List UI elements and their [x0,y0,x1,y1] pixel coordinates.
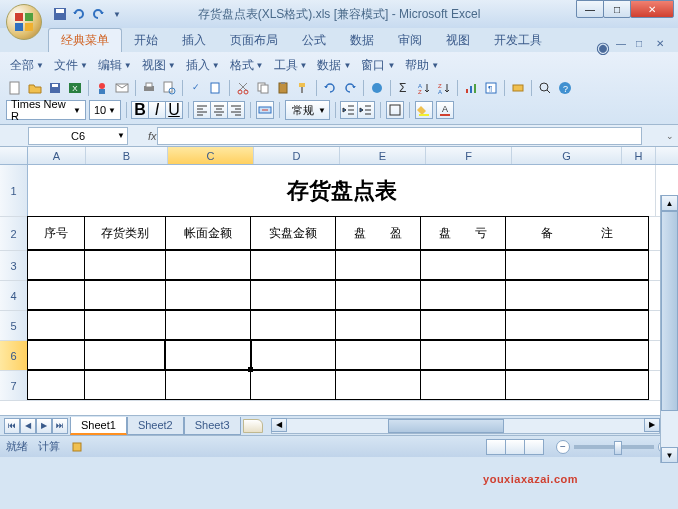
paste-icon[interactable] [274,79,292,97]
help-icon[interactable]: ? [556,79,574,97]
row-header-3[interactable]: 3 [0,251,28,280]
tab-view[interactable]: 视图 [434,29,482,52]
formula-bar-expand-icon[interactable]: ⌄ [662,131,678,141]
cell-d2[interactable]: 实盘金额 [250,216,336,250]
tab-home[interactable]: 开始 [122,29,170,52]
cell-c2[interactable]: 帐面金额 [165,216,251,250]
cell-d5[interactable] [250,310,336,340]
borders-icon[interactable] [386,101,404,119]
tab-data[interactable]: 数据 [338,29,386,52]
row-header-2[interactable]: 2 [0,217,28,250]
menu-view[interactable]: 视图▼ [138,55,180,76]
menu-file[interactable]: 文件▼ [50,55,92,76]
cell-g4[interactable] [505,280,649,310]
menu-all[interactable]: 全部▼ [6,55,48,76]
cell-c4[interactable] [165,280,251,310]
sheet-nav-next[interactable]: ▶ [36,418,52,434]
font-size-combo[interactable]: 10▼ [89,100,121,120]
sheet-nav-first[interactable]: ⏮ [4,418,20,434]
redo-icon[interactable] [90,6,106,22]
view-page-layout-button[interactable] [505,439,525,455]
autosum-icon[interactable]: Σ [395,79,413,97]
menu-data[interactable]: 数据▼ [313,55,355,76]
cell-a4[interactable] [27,280,85,310]
decrease-indent-icon[interactable] [340,101,358,119]
permission-icon[interactable] [93,79,111,97]
tab-formulas[interactable]: 公式 [290,29,338,52]
menu-help[interactable]: 帮助▼ [401,55,443,76]
cell-c6-active[interactable] [165,340,251,370]
cell-g3[interactable] [505,250,649,280]
show-formula-icon[interactable]: ¶ [482,79,500,97]
undo-icon[interactable] [321,79,339,97]
scroll-up-button[interactable]: ▲ [661,195,678,211]
font-name-combo[interactable]: Times New R▼ [6,100,86,120]
new-icon[interactable] [6,79,24,97]
sheet-tab-3[interactable]: Sheet3 [184,417,241,435]
cell-g6[interactable] [505,340,649,370]
save-icon[interactable] [46,79,64,97]
fx-icon[interactable]: fx [148,130,157,142]
row-header-6[interactable]: 6 [0,341,28,370]
redo-icon[interactable] [341,79,359,97]
cell-b5[interactable] [84,310,166,340]
col-header-c[interactable]: C [168,147,254,164]
cell-a5[interactable] [27,310,85,340]
col-header-b[interactable]: B [86,147,168,164]
cell-f5[interactable] [420,310,506,340]
formula-input[interactable] [157,127,642,145]
col-header-e[interactable]: E [340,147,426,164]
cell-g2[interactable]: 备 注 [505,216,649,250]
drawing-icon[interactable] [509,79,527,97]
horizontal-scrollbar[interactable]: ◀ ▶ [271,418,660,434]
cell-e3[interactable] [335,250,421,280]
cell-a3[interactable] [27,250,85,280]
menu-format[interactable]: 格式▼ [226,55,268,76]
sort-asc-icon[interactable]: AZ [415,79,433,97]
sheet-nav-prev[interactable]: ◀ [20,418,36,434]
cell-d3[interactable] [250,250,336,280]
cell-e4[interactable] [335,280,421,310]
cell-c3[interactable] [165,250,251,280]
cell-a7[interactable] [27,370,85,400]
cell-a6[interactable] [27,340,85,370]
chart-icon[interactable] [462,79,480,97]
sort-desc-icon[interactable]: ZA [435,79,453,97]
font-color-icon[interactable]: A [436,101,454,119]
name-box[interactable]: C6▼ [28,127,128,145]
ribbon-minimize-icon[interactable]: — [616,38,630,52]
zoom-icon[interactable] [536,79,554,97]
cell-g7[interactable] [505,370,649,400]
close-button[interactable]: ✕ [630,0,674,18]
row-header-1[interactable]: 1 [0,165,28,216]
macro-record-icon[interactable] [68,438,86,456]
menu-edit[interactable]: 编辑▼ [94,55,136,76]
sheet-tab-2[interactable]: Sheet2 [127,417,184,435]
sheet-nav-last[interactable]: ⏭ [52,418,68,434]
menu-window[interactable]: 窗口▼ [357,55,399,76]
tab-page-layout[interactable]: 页面布局 [218,29,290,52]
cell-b6[interactable] [84,340,166,370]
col-header-a[interactable]: A [28,147,86,164]
excel-icon[interactable]: X [66,79,84,97]
select-all-corner[interactable] [0,147,28,164]
merge-cells-icon[interactable] [256,101,274,119]
spell-check-icon[interactable]: ✓ [187,79,205,97]
minimize-button[interactable]: — [576,0,604,18]
copy-icon[interactable] [254,79,272,97]
cell-b7[interactable] [84,370,166,400]
col-header-g[interactable]: G [512,147,622,164]
cell-c5[interactable] [165,310,251,340]
cell-title[interactable]: 存货盘点表 [28,165,656,216]
format-painter-icon[interactable] [294,79,312,97]
menu-insert[interactable]: 插入▼ [182,55,224,76]
maximize-button[interactable]: □ [603,0,631,18]
scroll-left-button[interactable]: ◀ [271,418,287,432]
ribbon-restore-icon[interactable]: □ [636,38,650,52]
ribbon-close-icon[interactable]: ✕ [656,38,670,52]
italic-button[interactable]: I [148,101,166,119]
cell-f2[interactable]: 盘 亏 [420,216,506,250]
cell-f6[interactable] [420,340,506,370]
underline-button[interactable]: U [165,101,183,119]
cell-e2[interactable]: 盘 盈 [335,216,421,250]
